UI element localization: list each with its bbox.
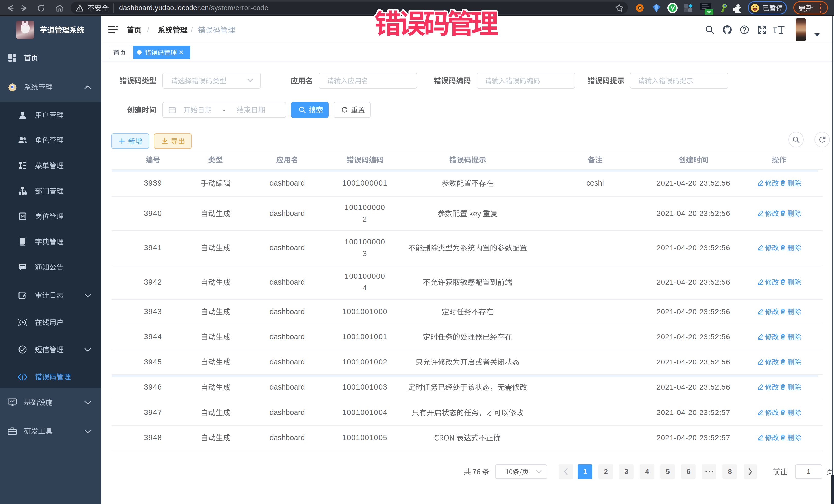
svg-text:on: on (707, 10, 711, 14)
